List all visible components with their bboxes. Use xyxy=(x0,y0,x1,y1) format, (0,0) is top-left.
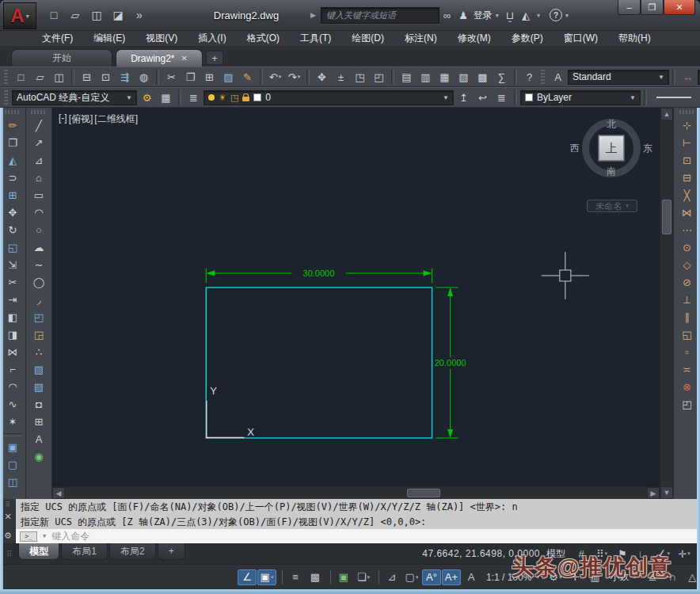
dropdown-arrow-icon[interactable]: ▾ xyxy=(416,574,419,581)
help-icon[interactable]: ? xyxy=(520,68,538,86)
rotate-icon[interactable]: ↻ xyxy=(2,222,24,238)
snap-none-icon[interactable]: ⊗ xyxy=(676,379,698,395)
circle-icon[interactable]: ○ xyxy=(29,222,50,238)
menu-item[interactable]: 窗口(W) xyxy=(554,32,608,45)
workspace-combo[interactable]: AutoCAD 经典-自定义 ▼ xyxy=(12,90,137,105)
toolbar-grip[interactable] xyxy=(31,110,47,114)
viewcube-east[interactable]: 东 xyxy=(643,142,652,155)
help-icon[interactable]: ? xyxy=(550,9,562,21)
layer-on-icon[interactable] xyxy=(208,94,215,101)
selection-cycling-icon[interactable]: ▣ xyxy=(334,569,353,585)
chevron-down-icon[interactable]: ▼ xyxy=(122,94,132,101)
auto-annotation-scale-icon[interactable]: A+ xyxy=(442,569,461,585)
revision-cloud-icon[interactable]: ☁ xyxy=(29,239,50,256)
menu-item[interactable]: 标注(N) xyxy=(394,32,447,45)
close-tab-icon[interactable]: ✕ xyxy=(181,54,187,63)
search-expand-icon[interactable]: ▶ xyxy=(310,11,316,19)
menu-item[interactable]: 参数(P) xyxy=(501,32,554,45)
match-properties-icon[interactable]: ▨ xyxy=(219,68,238,86)
signin-dropdown-icon[interactable]: ▾ xyxy=(496,12,499,19)
snap-node-icon[interactable]: ▫ xyxy=(676,344,698,360)
point-icon[interactable]: ∴ xyxy=(29,344,50,360)
current-color-swatch[interactable] xyxy=(525,93,533,101)
polygon-icon[interactable]: ⌂ xyxy=(29,169,50,186)
scroll-right-icon[interactable]: ▶ xyxy=(647,487,660,499)
chevron-down-icon[interactable]: ▼ xyxy=(654,74,664,81)
viewport-style-control[interactable]: [二维线框] xyxy=(94,112,138,126)
menu-item[interactable]: 视图(V) xyxy=(135,32,188,45)
dim-height-text[interactable]: 20.0000 xyxy=(435,358,466,367)
join-icon[interactable]: ⋈ xyxy=(2,344,24,360)
snap-from-icon[interactable]: ⊢ xyxy=(676,135,698,151)
chamfer-icon[interactable]: ⌐ xyxy=(2,361,24,378)
offset-icon[interactable]: ⊃ xyxy=(2,169,24,186)
lineweight-icon[interactable]: ≡ xyxy=(286,569,305,585)
a360-icon[interactable]: ◭ xyxy=(522,10,530,21)
signin-button[interactable]: 登录 xyxy=(474,9,493,22)
ucs-icon[interactable] xyxy=(206,401,244,438)
linetype-preview[interactable] xyxy=(650,90,698,105)
insert-block-icon[interactable]: ◰ xyxy=(29,309,50,326)
osnap-tracking-icon[interactable]: ✛▾ xyxy=(675,546,694,562)
draw-order-icon[interactable]: ◫ xyxy=(2,474,24,490)
stretch-icon[interactable]: ⇲ xyxy=(2,257,24,273)
snap-midpoint-icon[interactable]: ⊟ xyxy=(676,169,698,186)
menu-item[interactable]: 文件(F) xyxy=(32,32,83,45)
explode-icon[interactable]: ✶ xyxy=(2,413,24,430)
open-file-icon[interactable]: ▱ xyxy=(66,6,85,24)
vertical-scroll-thumb[interactable] xyxy=(662,200,671,234)
dropdown-arrow-icon[interactable]: ▾ xyxy=(367,574,371,581)
extend-icon[interactable]: ⇥ xyxy=(2,291,24,308)
layout1-tab[interactable]: 布局1 xyxy=(61,543,108,560)
menu-item[interactable]: 编辑(E) xyxy=(83,32,135,45)
copy-clip-icon[interactable]: ❐ xyxy=(181,68,200,86)
snap-apparent-intersection-icon[interactable]: ⋈ xyxy=(676,204,698,221)
customize-command-icon[interactable]: ⚙ xyxy=(4,531,12,541)
send-to-back-icon[interactable]: ▢ xyxy=(2,456,24,473)
viewcube-west[interactable]: 西 xyxy=(570,142,580,155)
3d-object-snap-icon[interactable]: ❏▾ xyxy=(354,569,373,585)
horizontal-scroll-thumb[interactable] xyxy=(407,489,440,497)
snap-quadrant-icon[interactable]: ◇ xyxy=(676,257,698,273)
erase-icon[interactable]: ✏ xyxy=(2,117,24,134)
layer-previous-icon[interactable]: ↩ xyxy=(474,89,492,106)
menu-item[interactable]: 帮助(H) xyxy=(608,32,661,45)
new-layout-tab[interactable]: + xyxy=(158,543,185,560)
view-cube[interactable]: 北 南 西 东 上 xyxy=(580,117,642,179)
chevron-down-icon[interactable]: ▼ xyxy=(43,533,46,539)
undo-icon[interactable]: ↶▾ xyxy=(266,68,284,86)
array-icon[interactable]: ⊞ xyxy=(2,187,24,204)
snap-center-icon[interactable]: ⊙ xyxy=(676,239,698,256)
line-icon[interactable]: ╱ xyxy=(29,117,50,134)
layer-combo[interactable]: ☀ ◳ 0 ▼ xyxy=(204,90,454,105)
mirror-icon[interactable]: ◭ xyxy=(2,152,24,169)
scroll-up-icon[interactable]: ▲ xyxy=(660,108,673,120)
quick-calculator-icon[interactable]: ∑ xyxy=(493,68,511,86)
bring-to-front-icon[interactable]: ▣ xyxy=(2,439,24,455)
model-tab[interactable]: 模型 xyxy=(18,543,59,560)
app-menu-button[interactable]: A ▾ xyxy=(3,2,36,29)
menu-item[interactable]: 工具(T) xyxy=(290,32,341,45)
construction-line-icon[interactable]: ↗ xyxy=(29,135,50,151)
rectangle-entity[interactable] xyxy=(206,287,432,438)
publish-icon[interactable]: ◍ xyxy=(135,68,153,86)
start-tab[interactable]: 开始 xyxy=(11,49,112,67)
drawing-tab[interactable]: Drawing2* ✕ xyxy=(116,49,203,67)
drag-handle-icon[interactable]: ⠿ xyxy=(6,501,11,508)
annotation-scale-list-icon[interactable]: A xyxy=(462,569,481,585)
design-center-icon[interactable]: ▥ xyxy=(417,68,435,86)
exchange-apps-icon[interactable]: ⊔ xyxy=(506,10,514,21)
rectangle-icon[interactable]: ▭ xyxy=(29,187,50,204)
qat-expand-icon[interactable]: » xyxy=(130,6,149,24)
snap-parallel-icon[interactable]: ∥ xyxy=(676,309,698,326)
menu-item[interactable]: 绘图(D) xyxy=(341,32,394,45)
close-command-icon[interactable]: ✕ xyxy=(4,512,11,522)
polar-tracking-icon[interactable]: ∠ xyxy=(238,569,257,585)
layout2-tab[interactable]: 布局2 xyxy=(109,543,156,560)
toolbar-grip[interactable] xyxy=(4,90,8,105)
snap-endpoint-icon[interactable]: ⊡ xyxy=(676,152,698,169)
vertical-scrollbar[interactable]: ▲ ▼ xyxy=(660,108,673,499)
dynamic-ucs-icon[interactable]: ⊿ xyxy=(382,569,401,585)
pan-icon[interactable]: ✥ xyxy=(313,68,331,86)
open-file-icon[interactable]: ▱ xyxy=(31,68,49,86)
